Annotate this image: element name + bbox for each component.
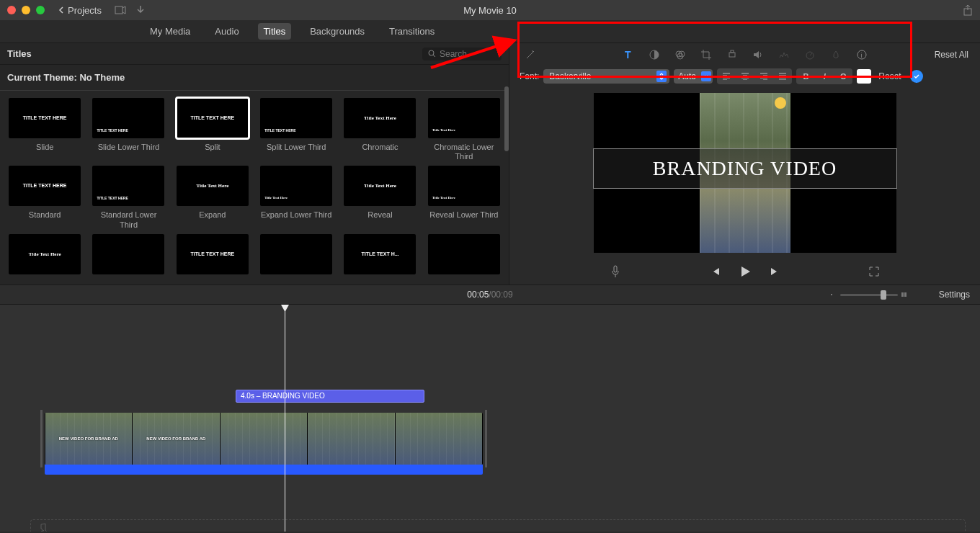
title-preset-item[interactable]: Title Text Here xyxy=(4,234,85,279)
svg-rect-13 xyxy=(614,266,617,272)
prev-button[interactable] xyxy=(710,266,721,277)
title-preset-item[interactable]: Title Text HereExpand Lower Third xyxy=(256,166,337,229)
title-preset-label: Standard xyxy=(29,210,61,220)
playhead[interactable] xyxy=(285,308,285,532)
zoom-thumb[interactable] xyxy=(881,290,886,300)
reset-all-button[interactable]: Reset All xyxy=(935,50,968,60)
title-thumb: Title Text Here xyxy=(9,234,81,274)
title-preset-item[interactable]: Title Text HereChromatic Lower Third xyxy=(424,98,504,161)
stabilization-icon[interactable] xyxy=(726,48,739,61)
fullscreen-window-button[interactable] xyxy=(36,6,45,14)
search-input[interactable] xyxy=(440,49,490,59)
color-correction-icon[interactable] xyxy=(674,48,687,61)
timeline-settings-button[interactable]: Settings xyxy=(939,290,970,300)
align-justify-button[interactable] xyxy=(774,69,791,84)
video-track[interactable]: NEW VIDEO FOR BRAND AD NEW VIDEO FOR BRA… xyxy=(45,413,483,465)
color-balance-icon[interactable] xyxy=(648,48,661,61)
search-box[interactable] xyxy=(422,48,502,61)
download-icon[interactable] xyxy=(136,5,145,15)
outline-button[interactable]: O xyxy=(834,69,852,84)
clip-filter-icon[interactable] xyxy=(829,48,842,61)
timecode-total: 00:09 xyxy=(491,290,513,300)
next-button[interactable] xyxy=(769,266,780,277)
titles-grid: TITLE TEXT HERESlideTITLE TEXT HERESlide… xyxy=(0,91,509,285)
title-preset-item[interactable]: Title Text HereReveal Lower Third xyxy=(424,166,504,229)
title-thumb-text: TITLE TEXT HERE xyxy=(97,128,128,133)
audio-waveform[interactable] xyxy=(45,465,483,475)
music-well[interactable] xyxy=(30,519,966,532)
apply-checkmark-icon[interactable] xyxy=(910,70,923,83)
noise-reduction-icon[interactable] xyxy=(778,48,790,61)
projects-back-button[interactable]: Projects xyxy=(58,5,102,16)
title-preset-label: Slide xyxy=(36,143,53,152)
title-preset-label: Chromatic xyxy=(362,143,398,152)
title-overlay[interactable]: BRANDING VIDEO xyxy=(594,149,896,188)
document-title: My Movie 10 xyxy=(463,5,517,16)
svg-text:T: T xyxy=(625,49,631,61)
title-preset-item[interactable]: TITLE TEXT HEREStandard xyxy=(4,166,85,229)
title-thumb-text: TITLE TEXT HERE xyxy=(23,183,67,189)
title-preset-item[interactable]: TITLE TEXT HERE xyxy=(172,234,253,279)
title-preset-label: Expand xyxy=(199,210,226,220)
title-preset-item[interactable]: TITLE TEXT HERESplit xyxy=(172,98,253,161)
title-preset-item[interactable]: Title Text HereExpand xyxy=(172,166,253,229)
transport-controls xyxy=(509,259,980,285)
align-center-button[interactable] xyxy=(736,69,754,84)
title-thumb-text: TITLE TEXT H... xyxy=(361,251,398,257)
voiceover-mic-icon[interactable] xyxy=(610,265,620,278)
info-icon[interactable]: i xyxy=(855,48,868,61)
font-family-select[interactable]: Baskerville xyxy=(543,69,669,84)
speed-icon[interactable] xyxy=(803,48,816,61)
close-window-button[interactable] xyxy=(7,6,16,14)
volume-icon[interactable] xyxy=(752,48,765,61)
title-preset-item[interactable]: TITLE TEXT HERESlide xyxy=(4,98,85,161)
title-preset-label: Standard Lower Third xyxy=(92,210,164,229)
tab-my-media[interactable]: My Media xyxy=(144,23,196,40)
title-preset-item[interactable]: TITLE TEXT HERESlide Lower Third xyxy=(88,98,169,161)
scrollbar[interactable] xyxy=(504,86,509,151)
svg-rect-9 xyxy=(731,50,734,53)
fullscreen-icon[interactable] xyxy=(869,266,879,277)
enhance-icon[interactable] xyxy=(524,48,537,61)
title-preset-item[interactable]: TITLE TEXT HERESplit Lower Third xyxy=(256,98,337,161)
viewer-canvas[interactable]: BRANDING VIDEO xyxy=(594,93,896,253)
align-right-button[interactable] xyxy=(755,69,772,84)
tab-audio[interactable]: Audio xyxy=(209,23,244,40)
text-color-swatch[interactable] xyxy=(857,69,871,84)
title-preset-item[interactable]: TITLE TEXT H... xyxy=(339,234,420,279)
title-preset-item[interactable]: TITLE TEXT HEREStandard Lower Third xyxy=(88,166,169,229)
tab-backgrounds[interactable]: Backgrounds xyxy=(304,23,370,40)
zoom-track[interactable] xyxy=(840,294,898,296)
title-preset-item[interactable] xyxy=(88,234,169,279)
title-clip[interactable]: 4.0s – BRANDING VIDEO xyxy=(236,390,424,403)
title-thumb-text: Title Text Here xyxy=(264,196,288,200)
crop-icon[interactable] xyxy=(700,48,713,61)
reset-button[interactable]: Reset xyxy=(878,71,901,81)
title-thumb: Title Text Here xyxy=(344,98,416,138)
font-size-select[interactable]: Auto xyxy=(674,69,713,84)
title-preset-item[interactable]: Title Text HereReveal xyxy=(339,166,420,229)
title-thumb: TITLE TEXT HERE xyxy=(92,166,164,206)
title-thumb-text: Title Text Here xyxy=(29,251,61,257)
title-preset-label: Chromatic Lower Third xyxy=(428,143,500,161)
titlebar: Projects My Movie 10 xyxy=(0,0,980,20)
zoom-slider[interactable] xyxy=(830,291,908,298)
svg-rect-17 xyxy=(904,292,906,297)
play-button[interactable] xyxy=(739,265,752,278)
tab-transitions[interactable]: Transitions xyxy=(383,23,440,40)
minimize-window-button[interactable] xyxy=(22,6,30,14)
text-inspector-icon[interactable]: T xyxy=(622,48,635,61)
share-button[interactable] xyxy=(963,4,973,16)
font-label: Font: xyxy=(520,71,539,81)
title-preset-item[interactable]: Title Text HereChromatic xyxy=(339,98,420,161)
title-thumb-text: Title Text Here xyxy=(432,128,455,133)
title-preset-item[interactable] xyxy=(424,234,504,279)
title-thumb: Title Text Here xyxy=(260,166,332,206)
tab-titles[interactable]: Titles xyxy=(258,23,292,40)
italic-button[interactable]: I xyxy=(816,69,833,84)
title-preset-item[interactable] xyxy=(256,234,337,279)
timeline[interactable]: 4.0s – BRANDING VIDEO NEW VIDEO FOR BRAN… xyxy=(0,305,980,532)
import-media-icon[interactable] xyxy=(115,5,126,15)
align-left-button[interactable] xyxy=(718,69,735,84)
bold-button[interactable]: B xyxy=(797,69,814,84)
